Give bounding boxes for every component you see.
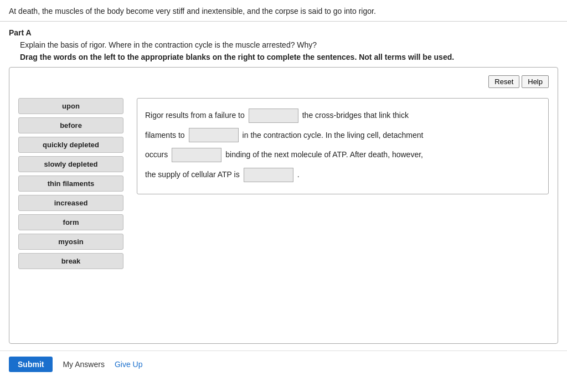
sentence-line3-before: occurs xyxy=(145,146,168,164)
chip-thin-filaments[interactable]: thin filaments xyxy=(18,176,123,192)
sentence-line-2: filaments to in the contraction cycle. I… xyxy=(145,126,540,145)
part-a-label: Part A xyxy=(9,28,558,37)
sentence-area: Rigor results from a failure to the cros… xyxy=(137,98,549,194)
give-up-link[interactable]: Give Up xyxy=(115,360,143,369)
sentence-line4-before: the supply of cellular ATP is xyxy=(145,166,240,184)
sentence-line-4: the supply of cellular ATP is . xyxy=(145,166,540,184)
top-buttons-bar: Reset Help xyxy=(18,75,549,88)
sentence-line-1: Rigor results from a failure to the cros… xyxy=(145,106,540,125)
activity-box: Reset Help upon before quickly depleted … xyxy=(9,67,558,344)
help-button[interactable]: Help xyxy=(522,75,549,88)
blank-2[interactable] xyxy=(189,128,239,142)
sentence-line2-after: in the contraction cycle. In the living … xyxy=(243,126,424,145)
word-list: upon before quickly depleted slowly depl… xyxy=(18,98,123,269)
sentence-line1-after: the cross-bridges that link thick xyxy=(302,106,409,125)
blank-3[interactable] xyxy=(172,148,221,162)
sentence-line2-before: filaments to xyxy=(145,126,185,145)
chip-slowly-depleted[interactable]: slowly depleted xyxy=(18,156,123,172)
intro-text: At death, the muscles of the body become… xyxy=(0,0,567,22)
chip-form[interactable]: form xyxy=(18,214,123,230)
reset-button[interactable]: Reset xyxy=(488,75,519,88)
chip-increased[interactable]: increased xyxy=(18,195,123,211)
bottom-bar: Submit My Answers Give Up xyxy=(0,350,567,378)
blank-4[interactable] xyxy=(244,168,293,182)
chip-quickly-depleted[interactable]: quickly depleted xyxy=(18,137,123,153)
blank-1[interactable] xyxy=(249,109,298,123)
sentence-line-3: occurs binding of the next molecule of A… xyxy=(145,146,540,164)
chip-before[interactable]: before xyxy=(18,117,123,133)
chip-myosin[interactable]: myosin xyxy=(18,234,123,250)
drag-instruction: Drag the words on the left to the approp… xyxy=(20,53,558,61)
question-text: Explain the basis of rigor. Where in the… xyxy=(20,40,558,49)
sentence-line3-after: binding of the next molecule of ATP. Aft… xyxy=(225,146,423,164)
sentence-line4-after: . xyxy=(297,166,300,184)
my-answers-label: My Answers xyxy=(63,360,104,369)
chip-upon[interactable]: upon xyxy=(18,98,123,114)
submit-button[interactable]: Submit xyxy=(9,357,53,372)
drag-area: upon before quickly depleted slowly depl… xyxy=(18,98,549,269)
sentence-line1-before: Rigor results from a failure to xyxy=(145,106,245,125)
chip-break[interactable]: break xyxy=(18,253,123,269)
